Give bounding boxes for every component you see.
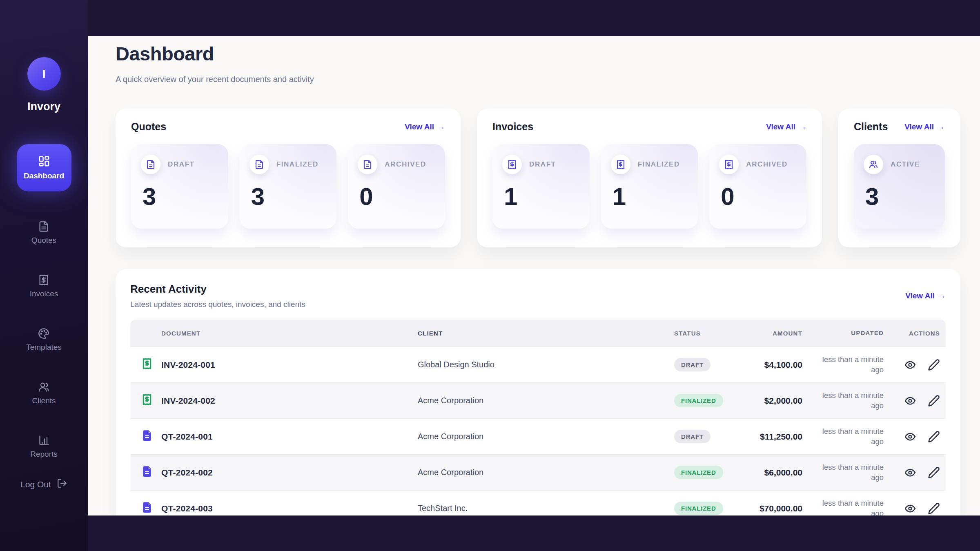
recent-activity-title: Recent Activity: [130, 283, 305, 295]
clients-view-all-link[interactable]: View All →: [904, 122, 945, 131]
updated-text: less than a minute ago: [816, 427, 884, 447]
edit-button[interactable]: [928, 467, 940, 479]
table-header-row: DOCUMENT CLIENT STATUS AMOUNT UPDATED AC…: [130, 320, 946, 347]
stat-tile-invoices-archived: ARCHIVED 0: [709, 144, 806, 229]
amount-value: $4,100.00: [729, 360, 806, 370]
stat-label: FINALIZED: [276, 160, 318, 169]
document-code: QT-2024-002: [161, 468, 213, 478]
file-text-icon: [141, 429, 153, 444]
sidebar-item-label: Quotes: [31, 236, 56, 245]
document-code: QT-2024-001: [161, 432, 213, 442]
document-code: INV-2024-002: [161, 396, 215, 406]
stat-tile-clients-active: ACTIVE 3: [854, 144, 945, 229]
column-header-updated: UPDATED: [806, 329, 886, 337]
pencil-icon: [929, 431, 939, 442]
stat-tile-quotes-draft: DRAFT 3: [131, 144, 228, 229]
sidebar-item-templates[interactable]: Templates: [26, 328, 62, 352]
page-title: Dashboard: [116, 42, 960, 65]
table-row: QT-2024-002 Acme Corporation FINALIZED $…: [130, 454, 946, 490]
view-all-label: View All: [904, 122, 934, 131]
table-row: QT-2024-001 Acme Corporation DRAFT $11,2…: [130, 418, 946, 454]
view-button[interactable]: [904, 467, 916, 479]
status-badge: DRAFT: [674, 358, 710, 371]
brand-initial: I: [42, 67, 45, 81]
sidebar-item-clients[interactable]: Clients: [32, 381, 56, 405]
table-row: INV-2024-002 Acme Corporation FINALIZED …: [130, 382, 946, 418]
stat-value: 0: [721, 182, 797, 211]
brand-name: Invory: [27, 100, 60, 113]
edit-button[interactable]: [928, 395, 940, 407]
amount-value: $2,000.00: [729, 396, 806, 406]
stat-label: ARCHIVED: [385, 160, 426, 169]
main-content: Dashboard A quick overview of your recen…: [88, 36, 980, 515]
file-text-icon: [38, 221, 49, 232]
stat-label: DRAFT: [168, 160, 195, 169]
updated-text: less than a minute ago: [816, 391, 884, 411]
table-row: INV-2024-001 Global Design Studio DRAFT …: [130, 347, 946, 382]
amount-value: $11,250.00: [729, 432, 806, 442]
arrow-right-icon: →: [937, 122, 945, 131]
file-text-icon: [141, 465, 153, 480]
layout-dashboard-icon: [38, 155, 50, 167]
invoices-card-title: Invoices: [492, 121, 533, 133]
sidebar-item-quotes[interactable]: Quotes: [31, 221, 56, 245]
stat-label: DRAFT: [529, 160, 556, 169]
users-icon: [38, 381, 49, 393]
view-button[interactable]: [904, 359, 916, 371]
stat-value: 0: [359, 182, 435, 211]
receipt-icon: [611, 155, 630, 174]
stat-value: 3: [143, 182, 218, 211]
column-header-client: CLIENT: [411, 330, 668, 337]
table-row: QT-2024-003 TechStart Inc. FINALIZED $70…: [130, 490, 946, 515]
logout-icon: [57, 478, 67, 491]
stat-label: FINALIZED: [638, 160, 680, 169]
updated-text: less than a minute ago: [816, 462, 884, 483]
edit-button[interactable]: [928, 502, 940, 515]
edit-button[interactable]: [928, 359, 940, 371]
sidebar-item-invoices[interactable]: Invoices: [30, 274, 58, 298]
quotes-view-all-link[interactable]: View All →: [405, 122, 445, 131]
edit-button[interactable]: [928, 431, 940, 443]
column-header-status: STATUS: [668, 330, 729, 337]
eye-icon: [905, 505, 915, 511]
brand-logo[interactable]: I: [27, 57, 61, 91]
activity-table: DOCUMENT CLIENT STATUS AMOUNT UPDATED AC…: [130, 320, 946, 515]
file-text-icon: [249, 155, 269, 174]
sidebar-item-reports[interactable]: Reports: [30, 435, 58, 459]
invoices-view-all-link[interactable]: View All →: [766, 122, 806, 131]
receipt-icon: [719, 155, 739, 174]
sidebar-item-dashboard[interactable]: Dashboard: [17, 144, 71, 191]
client-name: Acme Corporation: [411, 432, 668, 441]
client-name: TechStart Inc.: [411, 504, 668, 513]
stat-value: 1: [612, 182, 688, 211]
sidebar-item-label: Invoices: [30, 289, 58, 298]
stat-tile-invoices-draft: DRAFT 1: [492, 144, 590, 229]
updated-text: less than a minute ago: [816, 355, 884, 375]
stat-tile-quotes-finalized: FINALIZED 3: [240, 144, 337, 229]
pencil-icon: [929, 360, 939, 370]
sidebar-item-label: Clients: [32, 396, 56, 405]
client-name: Global Design Studio: [411, 360, 668, 369]
column-header-document: DOCUMENT: [130, 330, 411, 337]
view-button[interactable]: [904, 502, 916, 515]
file-text-icon: [358, 155, 377, 174]
status-badge: DRAFT: [674, 430, 710, 443]
summary-cards-row: Quotes View All → DRAFT 3: [116, 109, 960, 247]
sidebar-nav: Dashboard Quotes Invoices Templates Clie: [0, 144, 88, 459]
view-button[interactable]: [904, 431, 916, 443]
pencil-icon: [929, 503, 939, 513]
view-button[interactable]: [904, 395, 916, 407]
eye-icon: [905, 397, 915, 404]
quotes-card: Quotes View All → DRAFT 3: [116, 109, 461, 247]
status-badge: FINALIZED: [674, 502, 723, 515]
logout-button[interactable]: Log Out: [20, 478, 67, 491]
stat-label: ACTIVE: [891, 160, 920, 169]
clients-card: Clients View All → ACTIVE 3: [838, 109, 960, 247]
view-all-label: View All: [766, 122, 795, 131]
stat-value: 3: [865, 182, 935, 211]
logout-label: Log Out: [20, 480, 51, 489]
bar-chart-icon: [38, 435, 50, 446]
palette-icon: [38, 328, 49, 339]
activity-view-all-link[interactable]: View All →: [905, 291, 946, 300]
stat-value: 3: [251, 182, 327, 211]
